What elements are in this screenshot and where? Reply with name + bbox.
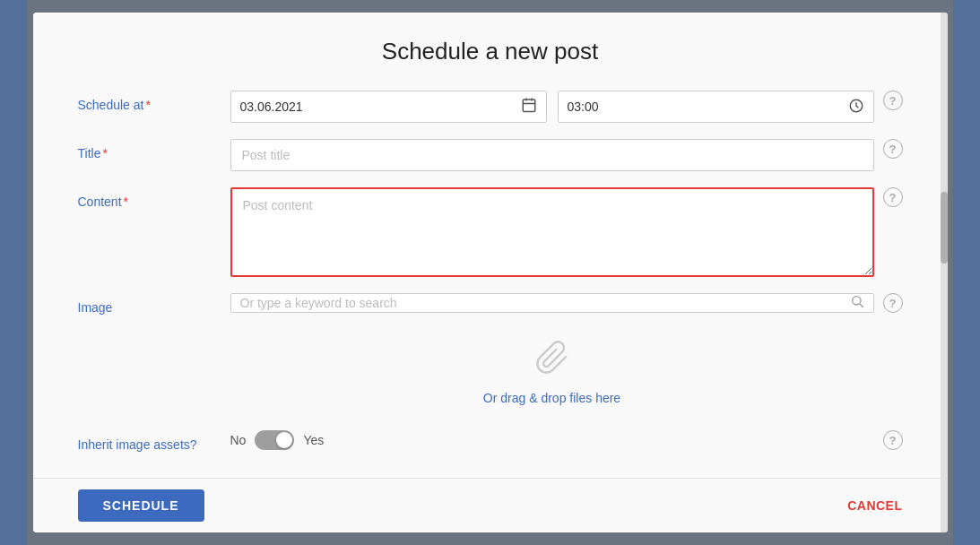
- paperclip-icon: [534, 340, 570, 384]
- schedule-help-icon[interactable]: ?: [883, 91, 903, 110]
- image-row: Image: [78, 293, 903, 414]
- schedule-label: Schedule at*: [78, 91, 230, 112]
- inherit-label: Inherit image assets?: [78, 430, 230, 452]
- schedule-controls: 03.06.2021 03:00: [230, 91, 874, 123]
- calendar-icon: [521, 97, 537, 117]
- svg-line-6: [860, 304, 863, 307]
- time-value: 03:00: [568, 99, 599, 114]
- toggle-yes-label: Yes: [303, 433, 324, 447]
- title-controls: [230, 139, 874, 171]
- schedule-modal: Schedule a new post Schedule at* 03.06.2…: [33, 13, 948, 532]
- scrollbar-track: [941, 13, 948, 532]
- schedule-row: Schedule at* 03.06.2021: [78, 91, 903, 123]
- image-search-button[interactable]: [850, 294, 864, 312]
- inherit-help-icon[interactable]: ?: [883, 430, 903, 450]
- modal-body: Schedule at* 03.06.2021: [33, 82, 948, 478]
- modal-footer: SCHEDULE CANCEL: [33, 478, 948, 532]
- required-star: *: [102, 146, 107, 160]
- clock-icon: [848, 98, 864, 117]
- title-help-icon[interactable]: ?: [883, 139, 903, 159]
- title-input[interactable]: [230, 139, 874, 171]
- title-row: Title* ?: [78, 139, 903, 171]
- inherit-row: Inherit image assets? No Yes ?: [78, 430, 903, 452]
- content-wrapper: [230, 187, 874, 277]
- image-label: Image: [78, 293, 230, 315]
- drop-text: Or drag & drop files here: [483, 391, 620, 405]
- cancel-button[interactable]: CANCEL: [847, 498, 902, 513]
- toggle-no-label: No: [230, 433, 247, 447]
- content-row: Content* ?: [78, 187, 903, 277]
- date-field[interactable]: 03.06.2021: [230, 91, 547, 123]
- inherit-controls: No Yes: [230, 430, 874, 450]
- svg-point-5: [852, 297, 860, 305]
- bg-right: [953, 0, 980, 545]
- svg-rect-0: [523, 99, 535, 112]
- image-help-icon[interactable]: ?: [883, 293, 903, 313]
- time-field[interactable]: 03:00: [558, 91, 874, 123]
- content-help-icon[interactable]: ?: [883, 187, 903, 207]
- toggle-thumb: [276, 432, 292, 448]
- required-star: *: [145, 98, 150, 112]
- modal-overlay: Schedule a new post Schedule at* 03.06.2…: [0, 0, 980, 545]
- image-search-wrapper[interactable]: [230, 293, 874, 313]
- required-star: *: [124, 195, 128, 209]
- content-textarea[interactable]: [230, 187, 874, 277]
- date-value: 03.06.2021: [240, 99, 303, 114]
- scrollbar-thumb[interactable]: [941, 192, 948, 264]
- title-label: Title*: [78, 139, 230, 160]
- content-label: Content*: [78, 187, 230, 209]
- schedule-button[interactable]: SCHEDULE: [78, 489, 204, 522]
- image-wrapper: Or drag & drop files here: [230, 293, 874, 414]
- inherit-toggle[interactable]: [255, 430, 294, 450]
- bg-left: [0, 0, 27, 545]
- drop-zone[interactable]: Or drag & drop files here: [230, 322, 874, 414]
- image-search-input[interactable]: [240, 296, 850, 310]
- modal-header: Schedule a new post: [33, 13, 948, 82]
- toggle-wrapper: No Yes: [230, 430, 325, 450]
- modal-title: Schedule a new post: [33, 38, 948, 65]
